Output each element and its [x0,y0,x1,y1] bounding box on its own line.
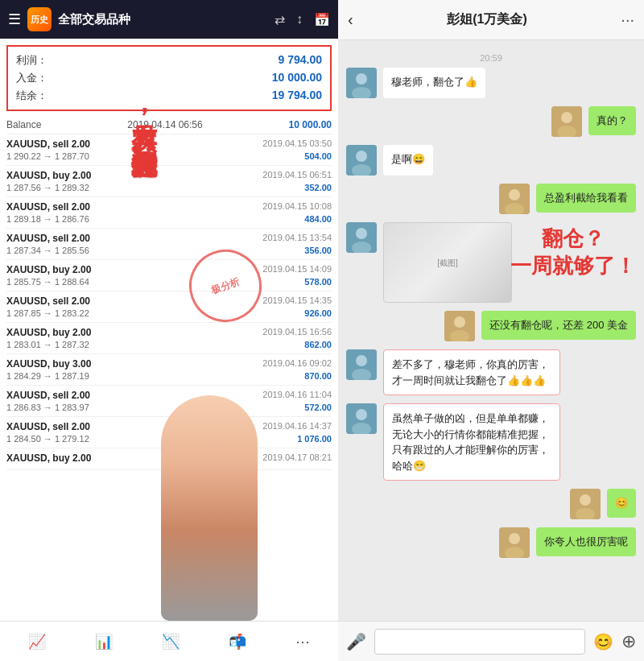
trade-prices: 1 290.22 → 1 287.70 [6,151,89,161]
svg-point-4 [561,112,572,123]
balance-row: 结余： 19 794.00 [16,87,322,105]
chat-input[interactable] [374,629,585,655]
avatar [551,106,582,137]
deposit-value: 10 000.00 [272,71,322,85]
trade-item[interactable]: XAUUSD, sell 2.00 2019.04.15 14:35 1 287… [6,291,332,323]
message-row: 真的？ [346,106,636,137]
svg-point-13 [356,228,367,239]
menu-icon[interactable]: ☰ [8,10,21,28]
sort-icon[interactable]: ↕ [296,12,303,27]
svg-point-28 [509,533,520,544]
left-panel: ☰ 历史 全部交易品种 ⇄ ↕ 📅 利润： 9 794.00 入金： 10 00… [0,0,338,661]
trade-name: XAUUSD, buy 2.00 [6,170,91,181]
trade-profit: 484.00 [304,214,332,224]
voice-button[interactable]: 🎤 [346,632,366,651]
balance-section-header: Balance 2019.04.14 06:56 10 000.00 [6,114,332,134]
avatar [570,489,601,519]
nav-more-icon[interactable]: ⋯ [289,630,316,654]
trade-name: XAUUSD, sell 2.00 [6,295,90,307]
trade-profit: 578.00 [304,277,332,287]
trade-item[interactable]: XAUUSD, buy 3.00 2019.04.16 09:02 1 284.… [6,354,332,386]
message-bubble: 总盈利截给我看看 [536,184,636,213]
bottom-nav: 📈 📊 📉 📬 ⋯ [0,621,338,661]
trade-date: 2019.04.17 08:21 [262,452,332,464]
svg-point-1 [356,73,367,85]
trade-name: XAUUSD, sell 2.00 [6,421,90,432]
trade-item[interactable]: XAUUSD, sell 2.00 2019.04.15 10:08 1 289… [6,197,332,229]
svg-point-19 [356,355,367,366]
chat-more-button[interactable]: ··· [621,10,634,29]
trade-name: XAUUSD, buy 2.00 [6,327,91,338]
trade-name: XAUUSD, buy 2.00 [6,264,91,275]
nav-candle-icon[interactable]: 📊 [89,630,119,654]
trade-prices: 1 289.18 → 1 286.76 [6,214,89,224]
add-button[interactable]: ⊕ [621,631,636,652]
chat-header: ‹ 彭姐(1万美金) ··· [338,0,644,40]
chat-title: 彭姐(1万美金) [361,11,613,28]
trade-item[interactable]: XAUUSD, sell 2.00 2019.04.15 03:50 1 290… [6,134,332,166]
avatar [346,403,377,434]
app-logo: 历史 [27,7,52,31]
trade-name: XAUUSD, sell 2.00 [6,138,90,150]
message-row: [截图] [346,222,636,303]
message-bubble: 还没有翻仓呢，还差 200 美金 [481,311,636,340]
profit-row: 利润： 9 794.00 [16,52,322,69]
message-row: 穆老师，翻仓了👍 [346,68,636,98]
trade-item[interactable]: XAUUSD, sell 2.00 2019.04.16 11:04 1 286… [6,386,332,417]
page-title: 全部交易品种 [58,12,268,27]
balance-value: 19 794.00 [272,89,322,103]
trade-profit: 870.00 [304,371,332,381]
trade-prices: 1 286.83 → 1 283.97 [6,403,89,412]
trade-date: 2019.04.16 11:04 [262,390,332,401]
message-bubble: 是啊😄 [383,145,433,176]
right-message-wrapper: 还没有翻仓呢，还差 200 美金 [481,311,636,341]
trade-prices: 1 287.85 → 1 283.22 [6,308,89,318]
header-icons: ⇄ ↕ 📅 [275,12,330,27]
profit-label: 利润： [16,53,47,68]
back-button[interactable]: ‹ [348,10,353,29]
section-value: 10 000.00 [289,119,332,130]
trade-date: 2019.04.15 06:51 [262,170,332,181]
emoji-button[interactable]: 😊 [593,632,613,651]
trade-item[interactable]: XAUUSD, buy 2.00 2019.04.15 06:51 1 287.… [6,166,332,197]
trade-item[interactable]: XAUUSD, buy 2.00 2019.04.15 14:09 1 285.… [6,260,332,291]
right-message-wrapper: 你夸人也很厉害呢 [536,527,636,558]
chat-messages: 20:59 穆老师，翻仓了👍真的？是啊😄总盈利截给我看看[截图]还没有翻仓呢，还… [338,40,644,621]
message-bubble: 穆老师，翻仓了👍 [383,68,485,98]
calendar-icon[interactable]: 📅 [314,12,330,27]
message-row: 是啊😄 [346,145,636,176]
right-message-wrapper: 😊 [607,489,636,519]
trade-date: 2019.04.15 13:54 [262,233,332,244]
trade-name: XAUUSD, sell 2.00 [6,201,90,213]
chat-image-bubble[interactable]: [截图] [383,222,512,303]
avatar [499,527,530,558]
trade-name: XAUUSD, buy 3.00 [6,358,91,370]
transfer-icon[interactable]: ⇄ [275,12,285,27]
message-bubble: 😊 [607,489,636,518]
chat-timestamp: 20:59 [346,53,636,63]
trade-item[interactable]: XAUUSD, sell 2.00 2019.04.15 13:54 1 287… [6,229,332,260]
nav-chart-icon[interactable]: 📈 [22,630,52,654]
trade-profit: 356.00 [304,246,332,255]
nav-trend-icon[interactable]: 📉 [155,630,186,654]
svg-point-16 [454,316,465,328]
trade-prices: 1 287.56 → 1 289.32 [6,183,89,192]
message-row: 你夸人也很厉害呢 [346,527,636,558]
message-bubble: 你夸人也很厉害呢 [536,527,636,556]
trade-profit: 352.00 [304,183,332,192]
svg-point-7 [356,151,367,162]
section-date: 2019.04.14 06:56 [127,119,202,130]
deposit-label: 入金： [16,71,47,85]
nav-message-icon[interactable]: 📬 [222,630,253,654]
trade-profit: 1 076.00 [297,434,332,444]
trade-date: 2019.04.15 14:09 [262,264,332,275]
trade-name: XAUUSD, buy 2.00 [6,452,91,464]
trade-item[interactable]: XAUUSD, buy 2.00 2019.04.15 16:56 1 283.… [6,323,332,354]
svg-point-10 [509,189,520,200]
avatar [346,222,377,253]
right-message-wrapper: 总盈利截给我看看 [536,184,636,214]
message-row: 还没有翻仓呢，还差 200 美金 [346,311,636,341]
woman-figure [161,395,258,621]
message-bubble: 差不多了，穆老师，你真的厉害，才一周时间就让我翻仓了👍👍👍 [383,349,560,395]
avatar [346,349,377,380]
